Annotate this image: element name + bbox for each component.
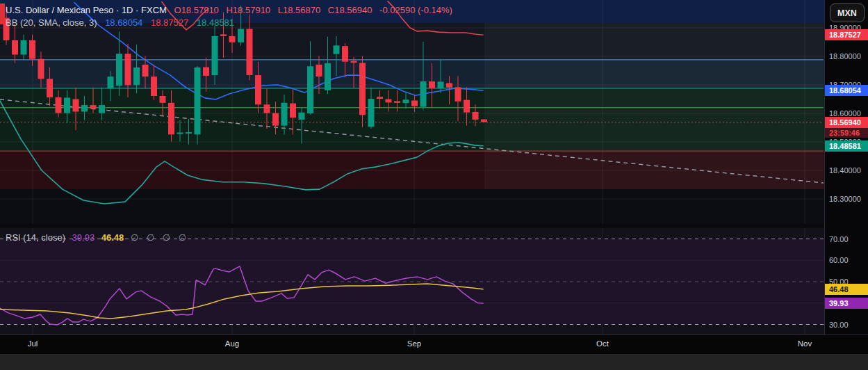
candle-body-down bbox=[377, 97, 383, 99]
ohlc-close: C18.56940 bbox=[328, 5, 372, 15]
month-label-oct: Oct bbox=[596, 339, 609, 348]
candle-body-down bbox=[464, 100, 470, 113]
candle-body-up bbox=[325, 63, 331, 90]
pane-separator bbox=[0, 224, 824, 228]
candle-body-up bbox=[420, 81, 427, 107]
candle-body-down bbox=[342, 46, 348, 62]
bb-legend-row[interactable]: BB (20, SMA, close, 3) 18.68054 18.87527… bbox=[6, 17, 452, 29]
chart-legend: U.S. Dollar / Mexican Peso · 1D · FXCM O… bbox=[6, 4, 452, 29]
rsi-axis-label: 60.00 bbox=[829, 256, 849, 264]
price-axis-label: 18.40000 bbox=[829, 166, 861, 175]
candle-body-up bbox=[307, 66, 313, 113]
bb-upper-value: 18.87527 bbox=[151, 17, 188, 28]
candle-body-down bbox=[429, 81, 435, 88]
rsi-ma-value: 46.48 bbox=[101, 232, 124, 243]
candle-body-up bbox=[281, 103, 288, 126]
candle-body-down bbox=[220, 34, 227, 36]
bottom-strip bbox=[0, 354, 868, 370]
candle-body-up bbox=[64, 97, 70, 113]
ohlc-low: L18.56870 bbox=[278, 5, 320, 15]
rsi-badge: 39.93 bbox=[825, 298, 868, 309]
month-label-aug: Aug bbox=[225, 339, 239, 348]
candle-body-down bbox=[47, 79, 53, 97]
candle-body-up bbox=[438, 82, 444, 89]
zone-below-support bbox=[0, 189, 824, 224]
candle-body-down bbox=[316, 65, 322, 77]
ohlc-high: H18.57910 bbox=[226, 5, 270, 15]
month-label-sep: Sep bbox=[407, 339, 421, 348]
candle-body-up bbox=[99, 105, 105, 113]
candle-body-down bbox=[481, 120, 487, 122]
candle-body-down bbox=[455, 87, 461, 102]
rsi-empty-values: ∅ ∅ ∅ ∅ bbox=[131, 232, 189, 243]
candle-body-up bbox=[133, 67, 140, 85]
rsi-indicator-label: RSI (14, close) bbox=[6, 232, 65, 243]
future-area-highlight bbox=[484, 23, 824, 189]
price-badge: 18.87527 bbox=[825, 29, 868, 40]
price-axis[interactable]: MXN 18.9000018.8000018.7000018.6000018.5… bbox=[824, 0, 868, 335]
candle-body-up bbox=[212, 36, 218, 75]
rsi-value: 39.93 bbox=[72, 232, 95, 243]
candle-body-down bbox=[446, 83, 452, 88]
candle-body-down bbox=[255, 75, 261, 104]
candle-body-up bbox=[403, 99, 409, 103]
month-label-nov: Nov bbox=[798, 339, 812, 348]
candle-body-down bbox=[168, 103, 174, 135]
candle-body-down bbox=[73, 99, 79, 112]
candle-body-up bbox=[21, 40, 27, 55]
candle-body-down bbox=[90, 105, 97, 108]
candle-body-down bbox=[125, 54, 131, 85]
candle-body-down bbox=[56, 97, 62, 113]
bb-lower-value: 18.48581 bbox=[197, 17, 234, 28]
candle-body-down bbox=[247, 29, 253, 75]
price-badge: 18.68054 bbox=[825, 85, 868, 96]
candle-body-down bbox=[264, 104, 270, 113]
candle-body-down bbox=[229, 36, 236, 42]
candle-body-down bbox=[203, 67, 209, 76]
bar-countdown-timer: 23:59:46 bbox=[825, 128, 868, 138]
symbol-legend-row[interactable]: U.S. Dollar / Mexican Peso · 1D · FXCM O… bbox=[6, 4, 452, 16]
ohlc-change: -0.02590 (-0.14%) bbox=[379, 5, 452, 15]
bb-basis-value: 18.68054 bbox=[105, 17, 142, 28]
candle-body-up bbox=[81, 105, 88, 111]
candle-body-down bbox=[160, 96, 166, 103]
currency-toggle-button[interactable]: MXN bbox=[830, 3, 865, 22]
candle-body-up bbox=[108, 77, 114, 88]
candle-body-down bbox=[29, 40, 35, 59]
candle-body-up bbox=[195, 67, 201, 134]
ohlc-open: O18.57910 bbox=[174, 5, 219, 15]
candle-body-down bbox=[290, 104, 296, 118]
candle-body-down bbox=[12, 40, 18, 55]
left-edge-toolbar-fragment bbox=[0, 3, 5, 24]
price-axis-label: 18.30000 bbox=[829, 195, 861, 203]
price-badge: 18.5694023:59:46 bbox=[825, 117, 868, 138]
rsi-badge: 46.48 bbox=[825, 284, 868, 295]
candle-body-down bbox=[386, 99, 392, 103]
price-axis-label: 18.80000 bbox=[829, 52, 861, 61]
candle-body-up bbox=[116, 54, 122, 86]
chart-canvas[interactable] bbox=[0, 0, 824, 370]
candle-body-down bbox=[394, 101, 400, 103]
bb-indicator-label: BB (20, SMA, close, 3) bbox=[6, 17, 97, 28]
candle-body-down bbox=[142, 65, 149, 77]
candle-body-up bbox=[299, 113, 305, 120]
time-axis[interactable]: JulAugSepOctNov bbox=[0, 335, 868, 355]
month-label-jul: Jul bbox=[28, 339, 38, 348]
candle-body-up bbox=[186, 132, 192, 134]
rsi-axis-label: 30.00 bbox=[829, 321, 849, 329]
symbol-title: U.S. Dollar / Mexican Peso · 1D · FXCM bbox=[6, 5, 167, 15]
candle-body-down bbox=[359, 63, 366, 115]
candle-body-down bbox=[411, 101, 418, 106]
price-badge: 18.48581 bbox=[825, 140, 868, 152]
candle-body-up bbox=[368, 99, 375, 127]
candle-body-down bbox=[473, 112, 479, 120]
candle-body-up bbox=[177, 133, 183, 134]
trading-chart-app: U.S. Dollar / Mexican Peso · 1D · FXCM O… bbox=[0, 0, 868, 370]
candle-body-down bbox=[151, 77, 157, 96]
rsi-axis-label: 70.00 bbox=[829, 235, 849, 243]
candle-body-up bbox=[334, 45, 340, 54]
candle-body-up bbox=[238, 29, 244, 42]
rsi-legend-row[interactable]: RSI (14, close) 39.93 46.48 ∅ ∅ ∅ ∅ bbox=[6, 232, 189, 243]
candle-body-down bbox=[351, 61, 357, 63]
candle-body-down bbox=[38, 59, 44, 79]
